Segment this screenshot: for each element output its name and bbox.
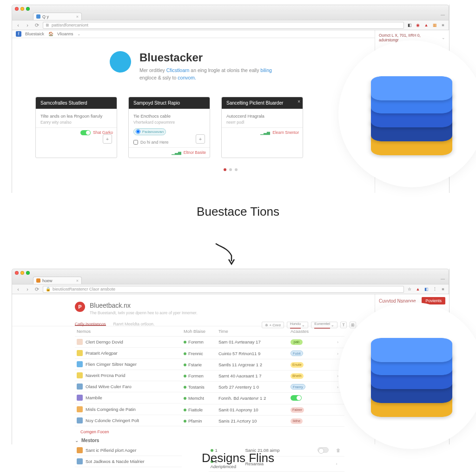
radio[interactable]	[136, 129, 140, 134]
favicon	[36, 14, 40, 19]
row-action[interactable]	[335, 415, 344, 426]
ext-icon[interactable]: ▲	[415, 286, 421, 292]
chip[interactable]: Padanowvan	[133, 128, 166, 135]
filter-button[interactable]: ⊕ + Cnrd	[262, 322, 284, 328]
checkbox[interactable]	[133, 140, 138, 145]
menu-icon[interactable]: ≡	[440, 22, 446, 28]
address-bar[interactable]: 🗎 pattisrdfonercaniont	[43, 22, 404, 29]
bookmark-icon[interactable]: 🏠	[48, 31, 53, 37]
card-footer: ▁▃▅Elearn Snentor	[222, 127, 303, 138]
row-action[interactable]: ›	[335, 337, 344, 348]
reload-button[interactable]: ⟳	[33, 286, 40, 292]
link[interactable]: Cficstloarn	[166, 67, 190, 73]
row-action[interactable]	[335, 404, 344, 415]
row-state: Pfamin	[188, 418, 202, 423]
ext-icon[interactable]: ▦	[432, 22, 437, 28]
row-icon	[77, 417, 83, 423]
card[interactable]: Samcofralles StuatlerdTilte ands on lea …	[35, 97, 117, 158]
add-button[interactable]: +	[103, 134, 112, 144]
tab-item[interactable]: Ranrt Meeldta ortloon.	[113, 322, 155, 326]
table-row[interactable]: Naverit Prrcna PoridFormenSarnt 40 Aaora…	[75, 370, 344, 381]
address-bar[interactable]: 🔒 bieutiiostRanstencr Claor ansbote	[43, 286, 404, 293]
toggle[interactable]	[291, 395, 302, 401]
sidebar-top-text: Oomct L X, 701, IIRH 0, aduirstongr	[379, 33, 439, 42]
traffic-lights[interactable]	[15, 7, 30, 11]
urlbar: ‹ › ⟳ 🗎 pattisrdfonercaniont ◧ ◉ ▲ ▦ ≡	[12, 20, 449, 30]
col-state[interactable]: Moh Blaise	[182, 326, 217, 337]
filter-button[interactable]: Hondo ⌄	[287, 322, 309, 328]
table-row[interactable]: Clert Derngo DovidForemnSam 01 Avrteanay…	[75, 337, 344, 348]
add-button[interactable]: +	[196, 134, 205, 144]
ext-icon[interactable]: ◧	[423, 286, 429, 292]
chevron-down-icon: ⌄	[75, 438, 79, 443]
status-dot-icon	[184, 352, 186, 355]
row-action[interactable]	[335, 392, 344, 404]
minimize-icon[interactable]: —	[441, 13, 445, 17]
lock-icon: 🔒	[46, 287, 51, 291]
card-header: Sancelting Piclient Bluarder	[222, 97, 303, 109]
status-dot-icon	[184, 386, 186, 389]
table-row[interactable]: Misls Comgeting de PatinFiattoleSanit 01…	[75, 404, 344, 415]
close-icon[interactable]: ×	[298, 99, 300, 104]
tabstrip: Q y × —	[12, 12, 449, 20]
back-button[interactable]: ‹	[15, 286, 21, 292]
app-avatar-icon	[110, 51, 131, 73]
link[interactable]: convom.	[178, 75, 196, 80]
status-dot-icon	[184, 341, 186, 344]
table-row[interactable]: MambileMemchtFonnh. Bd Avantervr 1 2	[75, 392, 344, 404]
link[interactable]: biling	[260, 67, 272, 73]
browser-tab[interactable]: Q y ×	[33, 13, 82, 20]
bookmark-label[interactable]: Vlioanns	[57, 32, 73, 36]
close-icon[interactable]: ×	[76, 14, 79, 19]
browser-window-top: Q y × — ‹ › ⟳ 🗎 pattisrdfonercaniont ◧ ◉…	[12, 5, 450, 193]
reload-button[interactable]: ⟳	[33, 22, 40, 28]
filter-icon[interactable]: ⊞	[350, 322, 356, 328]
table-row[interactable]: Flien Cimger Siltrer NagerFstarieSantls …	[75, 359, 344, 370]
ext-icon[interactable]: ▲	[423, 22, 429, 28]
minimize-icon[interactable]: —	[441, 277, 445, 281]
row-state: Formen	[188, 373, 204, 378]
row-time: Sorb 27 Arentery 1 0	[217, 381, 289, 392]
toggle[interactable]	[80, 130, 91, 135]
product-logo	[342, 306, 476, 445]
card[interactable]: Sampoyd Struct RapioTie Encthocs cableVh…	[128, 97, 210, 158]
ext-icon[interactable]: ☆	[407, 286, 412, 292]
brand-icon[interactable]: f	[16, 31, 21, 37]
table-row[interactable]: Noy Cdoncle Chringert PoltPfaminSanis 21…	[75, 415, 344, 426]
close-icon[interactable]: ×	[76, 278, 79, 283]
status-dot-icon	[184, 397, 186, 400]
table-row[interactable]: Olasd Witve Culer FaroTostanisSorb 27 Ar…	[75, 381, 344, 392]
filter-icon[interactable]: T	[340, 322, 347, 328]
caption-top: Buestace Tions	[0, 205, 476, 219]
card-header: Samcofralles Stuatlerd	[36, 97, 117, 109]
status-pill: Faleer	[291, 407, 304, 413]
ext-icon[interactable]: ◧	[407, 22, 412, 28]
menu-icon[interactable]: ≡	[440, 286, 446, 292]
checkbox-row[interactable]: Do hi and Here	[133, 140, 205, 145]
browser-tab[interactable]: hoew ×	[33, 277, 82, 284]
card[interactable]: Sancelting Piclient Bluarder×Autoccerd H…	[221, 97, 303, 158]
filter-button[interactable]: Eonemtel ⌄	[311, 322, 337, 328]
ext-icon[interactable]: ◉	[415, 22, 421, 28]
card-subline: Vhertwkard copwomnre	[133, 120, 205, 125]
card-line: Tilte ands on lea Rngoon fiaruly	[40, 113, 112, 119]
row-access: Ikthe	[289, 415, 335, 426]
card-subline: Eanry wity onalso	[40, 120, 112, 125]
chevron-down-icon[interactable]: ⌄	[77, 32, 81, 36]
primary-button[interactable]: Povients	[422, 297, 445, 304]
table-row[interactable]: Pratarit ArlegparFrennicCuinto 57 Rrtnon…	[75, 348, 344, 359]
traffic-lights[interactable]	[15, 271, 30, 275]
tab-item[interactable]: Catly Isontancos	[75, 322, 106, 326]
col-name[interactable]: Nemos	[75, 326, 182, 337]
forward-button[interactable]: ›	[24, 286, 31, 292]
chevron-down-icon[interactable]: ⌄	[442, 35, 445, 40]
row-time: Sanis 21 Acrtory 10	[217, 415, 289, 426]
ext-icon[interactable]: ⋮	[432, 286, 437, 292]
caption-bottom: Designs Flins	[0, 451, 476, 465]
status-pill: Franry	[291, 384, 305, 390]
row-name: Misls Comgeting de Patin	[86, 407, 136, 412]
brand-label[interactable]: Bluestaick	[25, 32, 44, 36]
back-button[interactable]: ‹	[15, 22, 21, 28]
row-action[interactable]: ›	[335, 348, 344, 359]
forward-button[interactable]: ›	[24, 22, 31, 28]
